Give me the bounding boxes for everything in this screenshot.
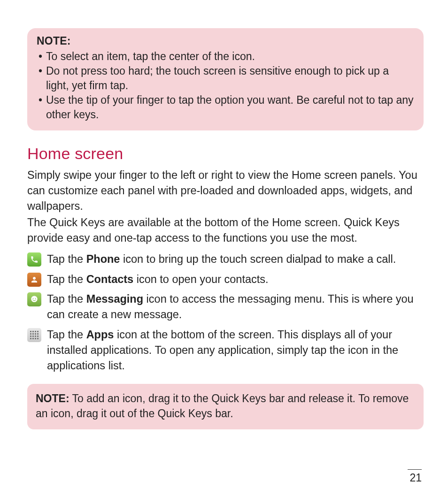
quick-item-contacts: Tap the Contacts icon to open your conta…	[27, 272, 424, 287]
quick-item-text: Tap the Contacts icon to open your conta…	[47, 272, 269, 287]
svg-point-2	[35, 298, 36, 299]
apps-icon	[27, 328, 41, 342]
note-box-top: NOTE: •To select an item, tap the center…	[27, 28, 424, 130]
note-title: NOTE:	[37, 35, 414, 47]
manual-page: NOTE: •To select an item, tap the center…	[0, 0, 448, 504]
quick-item-phone: Tap the Phone icon to bring up the touch…	[27, 252, 424, 267]
body-paragraph: The Quick Keys are available at the bott…	[27, 215, 424, 246]
note-item-text: Use the tip of your finger to tap the op…	[46, 94, 413, 121]
note-item: •Do not press too hard; the touch screen…	[37, 64, 414, 93]
messaging-icon	[27, 292, 41, 306]
page-number: 21	[408, 469, 422, 484]
section-heading: Home screen	[27, 145, 424, 163]
note-box-bottom: NOTE: To add an icon, drag it to the Qui…	[27, 384, 424, 429]
note-item-text: To select an item, tap the center of the…	[46, 50, 255, 62]
svg-point-0	[31, 296, 37, 302]
quick-keys-list: Tap the Phone icon to bring up the touch…	[27, 252, 424, 374]
quick-item-text: Tap the Phone icon to bring up the touch…	[47, 252, 396, 267]
quick-item-text: Tap the Messaging icon to access the mes…	[47, 291, 424, 322]
svg-point-1	[33, 298, 34, 299]
phone-icon	[27, 252, 41, 267]
note-text: To add an icon, drag it to the Quick Key…	[36, 392, 409, 420]
note-label: NOTE:	[36, 392, 70, 405]
note-item: •Use the tip of your finger to tap the o…	[37, 93, 414, 122]
contacts-icon	[27, 273, 41, 287]
quick-item-apps: Tap the Apps icon at the bottom of the s…	[27, 327, 424, 374]
quick-item-text: Tap the Apps icon at the bottom of the s…	[47, 327, 424, 374]
note-list: •To select an item, tap the center of th…	[37, 49, 414, 122]
note-item-text: Do not press too hard; the touch screen …	[46, 65, 389, 92]
body-paragraph: Simply swipe your finger to the left or …	[27, 168, 424, 214]
quick-item-messaging: Tap the Messaging icon to access the mes…	[27, 291, 424, 322]
note-item: •To select an item, tap the center of th…	[37, 49, 414, 64]
